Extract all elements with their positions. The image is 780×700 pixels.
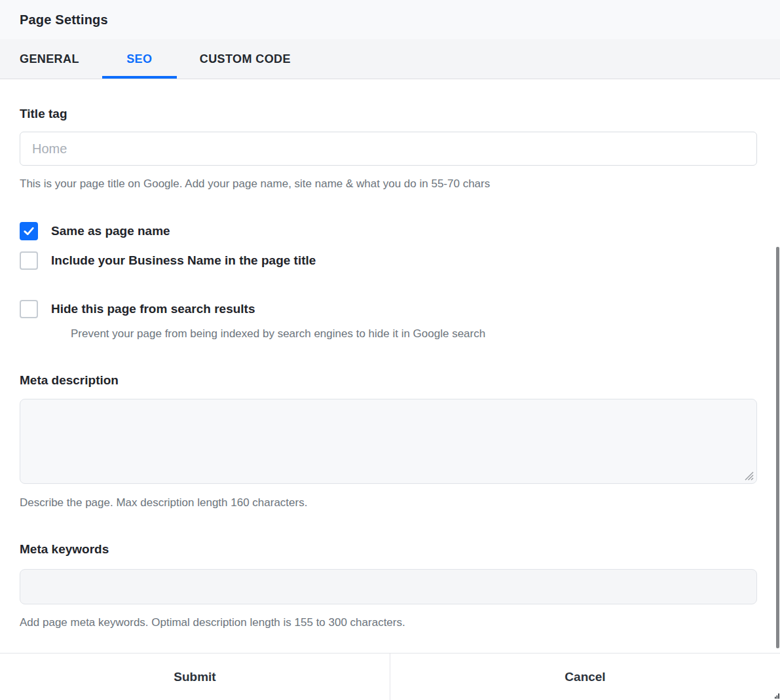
checkmark-icon [22, 225, 35, 238]
dialog-footer: Submit Cancel [0, 653, 780, 700]
vertical-scrollbar-thumb[interactable] [776, 247, 779, 648]
submit-button[interactable]: Submit [0, 654, 390, 700]
dialog-header: Page Settings [0, 0, 780, 39]
title-tag-hint: This is your page title on Google. Add y… [20, 177, 757, 191]
seo-tab-panel: Title tag This is your page title on Goo… [0, 107, 780, 629]
tab-seo[interactable]: SEO [102, 39, 177, 79]
hide-from-search-checkbox[interactable] [20, 300, 38, 318]
meta-description-wrap [20, 399, 757, 484]
tab-custom-code[interactable]: CUSTOM CODE [184, 39, 306, 79]
include-business-name-checkbox[interactable] [20, 251, 38, 270]
hide-from-search-hint: Prevent your page from being indexed by … [20, 327, 757, 341]
checkbox-row-include-business-name: Include your Business Name in the page t… [20, 251, 757, 270]
meta-description-label: Meta description [20, 373, 757, 388]
meta-keywords-input[interactable] [20, 569, 757, 604]
checkbox-row-same-as-page-name: Same as page name [20, 222, 757, 240]
meta-keywords-label: Meta keywords [20, 542, 757, 557]
cancel-button[interactable]: Cancel [390, 654, 780, 700]
checkbox-row-hide-from-search: Hide this page from search results [20, 300, 757, 318]
meta-description-hint: Describe the page. Max description lengt… [20, 496, 757, 509]
title-tag-input[interactable] [20, 132, 757, 166]
tab-bar: GENERAL SEO CUSTOM CODE [0, 39, 780, 79]
title-tag-label: Title tag [20, 107, 757, 121]
same-as-page-name-label[interactable]: Same as page name [51, 224, 170, 238]
same-as-page-name-checkbox[interactable] [20, 222, 38, 240]
window-resize-grip-icon [775, 693, 779, 699]
hide-from-search-label[interactable]: Hide this page from search results [51, 302, 255, 316]
page-settings-dialog: Page Settings GENERAL SEO CUSTOM CODE Ti… [0, 0, 780, 629]
tab-general[interactable]: GENERAL [4, 39, 95, 79]
meta-keywords-hint: Add page meta keywords. Optimal descript… [20, 616, 757, 629]
include-business-name-label[interactable]: Include your Business Name in the page t… [51, 253, 316, 268]
meta-description-textarea[interactable] [20, 399, 757, 484]
page-title: Page Settings [20, 12, 108, 28]
resize-grip-icon[interactable] [743, 470, 754, 481]
